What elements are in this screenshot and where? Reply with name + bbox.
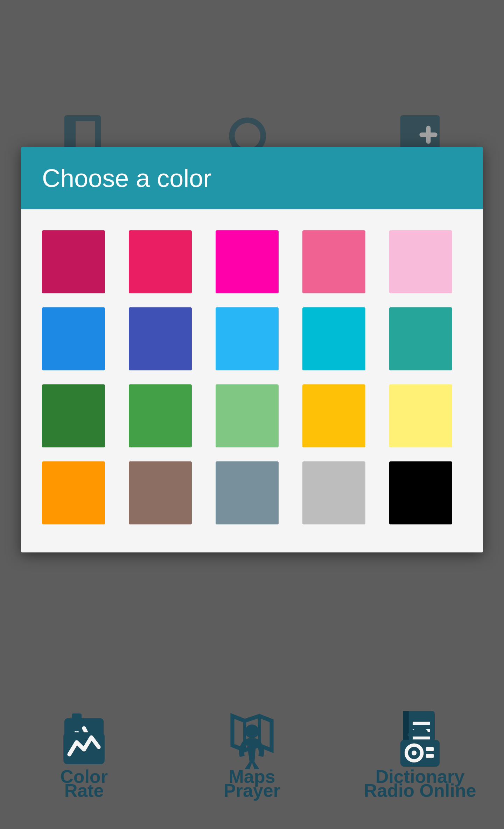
color-swatch-lightpink[interactable] <box>389 230 452 293</box>
rate-icon <box>59 723 108 773</box>
color-swatch-hotpink[interactable] <box>302 230 365 293</box>
svg-rect-37 <box>426 747 434 751</box>
svg-point-33 <box>245 725 259 738</box>
color-swatch-cyan[interactable] <box>302 307 365 370</box>
radio-label: Radio Online <box>364 780 476 801</box>
dialog-header: Choose a color <box>21 147 483 209</box>
color-swatch-bluegray[interactable] <box>216 461 279 524</box>
prayer-label: Prayer <box>224 780 280 801</box>
dialog-body <box>21 209 483 552</box>
bottom-icons-row2: Rate Prayer Radio Online <box>0 709 504 829</box>
bottom-icon-rate: Rate <box>0 709 168 815</box>
color-swatch-lightgray[interactable] <box>302 461 365 524</box>
color-swatch-magenta[interactable] <box>216 230 279 293</box>
svg-point-36 <box>412 751 416 755</box>
color-swatch-teal[interactable] <box>389 307 452 370</box>
bottom-icon-radio: Radio Online <box>336 709 504 815</box>
dialog-title: Choose a color <box>42 164 211 192</box>
radio-icon <box>396 723 444 773</box>
color-swatch-orange[interactable] <box>42 461 105 524</box>
color-swatch-darkgreen[interactable] <box>42 384 105 447</box>
color-swatch-yellow[interactable] <box>389 384 452 447</box>
color-swatch-lightgreen[interactable] <box>216 384 279 447</box>
svg-point-31 <box>73 724 80 731</box>
svg-point-32 <box>88 724 95 731</box>
color-picker-dialog: Choose a color <box>21 147 483 552</box>
color-swatch-black[interactable] <box>389 461 452 524</box>
color-swatch-steelblue[interactable] <box>42 307 105 370</box>
color-swatch-green[interactable] <box>129 384 192 447</box>
color-swatch-rose[interactable] <box>129 230 192 293</box>
rate-label: Rate <box>64 780 104 801</box>
color-grid <box>42 230 462 524</box>
bottom-icon-prayer: Prayer <box>168 709 336 815</box>
color-swatch-indigo[interactable] <box>129 307 192 370</box>
color-swatch-crimson[interactable] <box>42 230 105 293</box>
prayer-icon <box>227 723 276 773</box>
color-swatch-skyblue[interactable] <box>216 307 279 370</box>
color-swatch-brown[interactable] <box>129 461 192 524</box>
svg-rect-38 <box>426 754 434 758</box>
color-swatch-amber[interactable] <box>302 384 365 447</box>
